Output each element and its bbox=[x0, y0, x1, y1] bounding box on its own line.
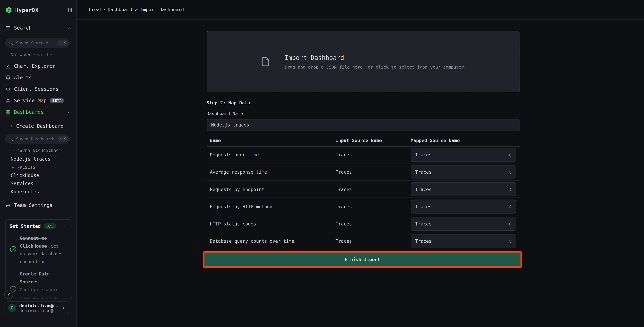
row-name: Database query counts over time bbox=[210, 232, 294, 250]
sidebar-item-services[interactable]: Services bbox=[0, 180, 76, 188]
dashboard-name-label: Dashboard Name bbox=[206, 111, 243, 116]
row-name: Requests by endpoint bbox=[210, 181, 264, 198]
saved-dashboards-section-toggle[interactable]: SAVED DASHBOARDS bbox=[0, 146, 76, 155]
select-value: Traces bbox=[415, 221, 432, 226]
sidebar-item-alerts[interactable]: Alerts bbox=[0, 72, 76, 83]
gear-icon bbox=[6, 203, 11, 208]
section-title: PRESETS bbox=[17, 165, 36, 170]
finish-import-button[interactable]: Finish Import bbox=[204, 253, 520, 266]
dropzone-subtitle: Drag and drop a JSON file here, or click… bbox=[285, 64, 466, 69]
step-text: Connect to ClickHouse Set up your databa… bbox=[20, 234, 66, 265]
nav-label: Alerts bbox=[14, 75, 32, 80]
sidebar-item-client-sessions[interactable]: Client Sessions bbox=[0, 84, 76, 95]
sidebar-nav: Chart Explorer Alerts Client Sessions Se… bbox=[0, 60, 76, 118]
row-name: Requests over time bbox=[210, 146, 259, 164]
sidebar: HyperDX Search ⌘ K No saved searches bbox=[0, 0, 77, 327]
sidebar-item-search[interactable]: Search bbox=[6, 23, 72, 33]
sidebar-item-nodejs-traces[interactable]: Node.js traces bbox=[0, 155, 76, 163]
row-input-source: Traces bbox=[336, 146, 352, 164]
dashboards-icon bbox=[6, 110, 11, 115]
select-value: Traces bbox=[415, 187, 432, 192]
topbar: Create Dashboard > Import Dashboard bbox=[77, 0, 644, 20]
get-started-step[interactable]: Create Data Sources Configure where your… bbox=[6, 270, 72, 299]
create-dashboard-button[interactable]: + Create Dashboard bbox=[0, 120, 76, 132]
saved-dashboards-input[interactable] bbox=[16, 137, 58, 141]
mapped-source-select[interactable]: Traces bbox=[411, 148, 516, 162]
sidebar-item-chart-explorer[interactable]: Chart Explorer bbox=[0, 60, 76, 72]
avatar: D bbox=[8, 304, 16, 312]
column-header-input-source: Input Source Name bbox=[336, 138, 382, 144]
shortcut-badge: ⌘ K bbox=[57, 136, 68, 142]
nav-label: Service Map bbox=[14, 98, 47, 104]
nav-label: Dashboards bbox=[14, 109, 44, 115]
chevron-up-icon bbox=[64, 224, 68, 228]
user-email: dominic.tran@cli… bbox=[19, 308, 58, 313]
search-section-label: Search bbox=[14, 25, 32, 31]
table-row: Database query counts over time Traces T… bbox=[206, 232, 520, 250]
section-title: SAVED DASHBOARDS bbox=[17, 148, 59, 153]
step-title: Create Data Sources bbox=[20, 272, 50, 285]
sidebar-item-kubernetes[interactable]: Kubernetes bbox=[0, 188, 76, 196]
file-icon bbox=[260, 55, 271, 68]
sidebar-item-clickhouse[interactable]: ClickHouse bbox=[0, 171, 76, 180]
chevrons-up-down-icon bbox=[508, 204, 512, 209]
logo-row: HyperDX bbox=[6, 5, 72, 15]
hyperdx-logo-icon bbox=[6, 6, 12, 14]
mapped-source-select[interactable]: Traces bbox=[411, 234, 516, 248]
check-circle-icon bbox=[10, 246, 17, 253]
mapped-source-select[interactable]: Traces bbox=[411, 165, 516, 179]
import-dropzone[interactable]: Import Dashboard Drag and drop a JSON fi… bbox=[206, 31, 520, 92]
progress-badge: 3/3 bbox=[44, 223, 56, 229]
row-input-source: Traces bbox=[336, 198, 352, 215]
sidebar-item-service-map[interactable]: Service Map BETA bbox=[0, 95, 76, 106]
get-started-header[interactable]: Get Started 3/3 bbox=[6, 220, 72, 229]
main-content: Import Dashboard Drag and drop a JSON fi… bbox=[77, 20, 644, 327]
user-text: dominic.tran@c… dominic.tran@cli… bbox=[19, 303, 58, 313]
dashboard-name-input[interactable] bbox=[206, 119, 520, 131]
help-button[interactable]: ? bbox=[4, 290, 13, 299]
get-started-title: Get Started bbox=[10, 223, 41, 229]
row-name: Average response time bbox=[210, 164, 267, 181]
mapped-source-select[interactable]: Traces bbox=[411, 217, 516, 231]
get-started-step[interactable]: Connect to ClickHouse Set up your databa… bbox=[6, 234, 72, 265]
table-row: HTTP status codes Traces Traces bbox=[206, 215, 520, 232]
chevron-down-icon bbox=[11, 165, 15, 169]
nav-label: Chart Explorer bbox=[14, 63, 56, 69]
search-section-icon bbox=[6, 25, 11, 31]
row-name: HTTP status codes bbox=[210, 215, 256, 232]
app-title: HyperDX bbox=[15, 7, 38, 13]
chevrons-up-down-icon bbox=[508, 152, 512, 157]
plus-icon: + bbox=[10, 123, 13, 129]
nav-label: Client Sessions bbox=[14, 86, 58, 92]
chevrons-up-down-icon bbox=[508, 222, 512, 226]
chevron-right-icon bbox=[62, 306, 66, 310]
beta-badge: BETA bbox=[50, 98, 64, 103]
chevrons-up-down-icon bbox=[508, 170, 512, 174]
mapped-source-select[interactable]: Traces bbox=[411, 200, 516, 214]
step-heading: Step 2: Map Data bbox=[206, 100, 250, 106]
sidebar-collapse-icon[interactable] bbox=[66, 7, 72, 13]
sidebar-item-dashboards[interactable]: Dashboards bbox=[0, 106, 76, 118]
saved-searches-input[interactable] bbox=[16, 41, 58, 45]
select-value: Traces bbox=[415, 204, 432, 209]
sidebar-item-team-settings[interactable]: Team Settings bbox=[0, 200, 76, 211]
presets-section-toggle[interactable]: PRESETS bbox=[0, 163, 76, 171]
row-input-source: Traces bbox=[336, 232, 352, 250]
row-input-source: Traces bbox=[336, 215, 352, 232]
team-settings-label: Team Settings bbox=[14, 202, 52, 208]
table-row: Average response time Traces Traces bbox=[206, 164, 520, 181]
get-started-panel: Get Started 3/3 Connect to ClickHouse Se… bbox=[6, 219, 72, 299]
mapped-source-select[interactable]: Traces bbox=[411, 182, 516, 196]
user-menu[interactable]: D dominic.tran@c… dominic.tran@cli… bbox=[4, 302, 70, 314]
row-name: Requests by HTTP method bbox=[210, 198, 272, 215]
bell-icon bbox=[6, 75, 11, 80]
chevron-up-icon bbox=[67, 26, 72, 30]
table-row: Requests over time Traces Traces bbox=[206, 146, 520, 164]
dropzone-title: Import Dashboard bbox=[285, 54, 466, 62]
saved-dashboards-search[interactable]: ⌘ K bbox=[5, 134, 70, 144]
breadcrumb[interactable]: Create Dashboard > Import Dashboard bbox=[89, 7, 184, 12]
no-saved-searches-text: No saved searches bbox=[11, 52, 55, 57]
divider bbox=[0, 119, 76, 119]
row-input-source: Traces bbox=[336, 181, 352, 198]
saved-searches-search[interactable]: ⌘ K bbox=[5, 38, 70, 48]
